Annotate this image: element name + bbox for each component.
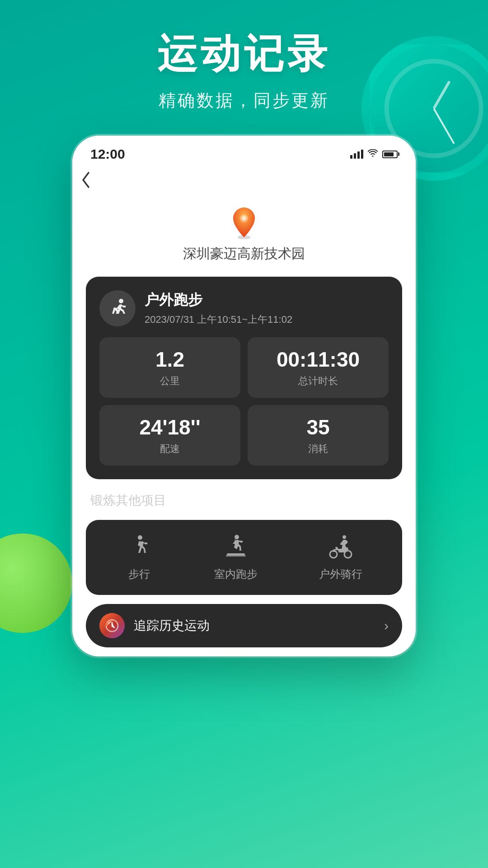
activity-card: 户外跑步 2023/07/31 上午10:51~上午11:02 1.2 公里 0… bbox=[86, 277, 402, 479]
activity-type-treadmill[interactable]: 室内跑步 bbox=[214, 533, 258, 581]
stat-duration-value: 00:11:30 bbox=[277, 347, 360, 372]
svg-point-4 bbox=[138, 535, 142, 540]
svg-point-10 bbox=[344, 551, 352, 558]
status-bar: 12:00 bbox=[72, 136, 416, 166]
stat-calories-value: 35 bbox=[306, 415, 329, 439]
svg-point-2 bbox=[242, 216, 246, 221]
location-name: 深圳豪迈高新技术园 bbox=[183, 245, 305, 263]
stat-duration: 00:11:30 总计时长 bbox=[248, 337, 389, 398]
activity-type-cycling[interactable]: 户外骑行 bbox=[319, 533, 362, 581]
stat-calories-label: 消耗 bbox=[308, 442, 328, 456]
wifi-icon bbox=[368, 149, 378, 160]
treadmill-icon bbox=[222, 533, 249, 561]
stat-calories: 35 消耗 bbox=[248, 405, 389, 466]
battery-icon bbox=[382, 151, 398, 158]
history-arrow-icon: › bbox=[384, 618, 389, 633]
treadmill-label: 室内跑步 bbox=[214, 567, 258, 581]
status-time: 12:00 bbox=[90, 146, 125, 162]
other-activities-section: 锻炼其他项目 步行 室内跑步 bbox=[86, 492, 402, 595]
phone-frame: 12:00 bbox=[72, 136, 416, 656]
cycling-icon bbox=[327, 533, 354, 561]
page-title: 运动记录 bbox=[0, 27, 488, 81]
svg-rect-7 bbox=[226, 555, 246, 557]
signal-icon bbox=[350, 150, 363, 159]
history-icon bbox=[99, 613, 125, 638]
location-pin-icon bbox=[230, 207, 258, 239]
stat-distance: 1.2 公里 bbox=[99, 337, 240, 398]
stat-distance-label: 公里 bbox=[160, 374, 180, 388]
svg-point-8 bbox=[343, 535, 346, 539]
stat-pace: 24'18'' 配速 bbox=[99, 405, 240, 466]
activity-info: 户外跑步 2023/07/31 上午10:51~上午11:02 bbox=[145, 290, 292, 326]
activity-type-icon bbox=[99, 290, 136, 326]
stat-pace-label: 配速 bbox=[160, 442, 180, 456]
page-header: 运动记录 精确数据，同步更新 bbox=[0, 27, 488, 112]
walking-icon bbox=[126, 533, 153, 561]
history-label: 追踪历史运动 bbox=[134, 617, 375, 634]
stat-pace-value: 24'18'' bbox=[139, 415, 200, 439]
stat-duration-label: 总计时长 bbox=[298, 374, 338, 388]
stats-grid: 1.2 公里 00:11:30 总计时长 24'18'' 配速 35 消耗 bbox=[99, 337, 389, 466]
activity-type-label: 户外跑步 bbox=[145, 290, 292, 310]
back-button[interactable] bbox=[72, 166, 416, 198]
location-section: 深圳豪迈高新技术园 bbox=[72, 198, 416, 277]
svg-point-5 bbox=[235, 535, 239, 539]
activity-time-range: 2023/07/31 上午10:51~上午11:02 bbox=[145, 313, 292, 326]
svg-point-3 bbox=[119, 299, 123, 303]
other-activities-title: 锻炼其他项目 bbox=[86, 492, 402, 509]
status-icons bbox=[350, 149, 398, 160]
cycling-label: 户外骑行 bbox=[319, 567, 362, 581]
walking-label: 步行 bbox=[128, 567, 150, 581]
activity-header: 户外跑步 2023/07/31 上午10:51~上午11:02 bbox=[99, 290, 389, 326]
stat-distance-value: 1.2 bbox=[155, 347, 184, 372]
bg-ball-decoration bbox=[0, 533, 72, 633]
history-button[interactable]: 追踪历史运动 › bbox=[86, 604, 402, 647]
activity-types-grid: 步行 室内跑步 户外骑行 bbox=[86, 520, 402, 595]
page-subtitle: 精确数据，同步更新 bbox=[0, 89, 488, 112]
activity-type-walking[interactable]: 步行 bbox=[126, 533, 153, 581]
